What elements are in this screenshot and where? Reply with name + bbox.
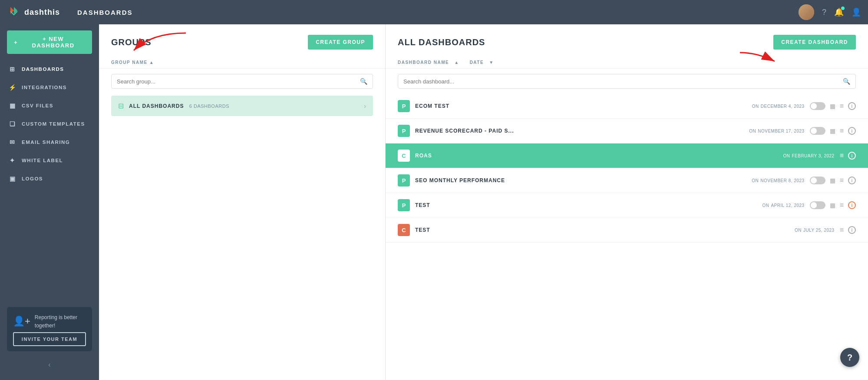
dashboard-toggle-seo[interactable] [810, 177, 825, 184]
sidebar: + + NEW DASHBOARD ⊞ DASHBOARDS ⚡ INTEGRA… [0, 24, 99, 380]
new-dashboard-button[interactable]: + + NEW DASHBOARD [7, 30, 92, 54]
sort-dashboard-date-icon[interactable]: ▼ [489, 60, 494, 65]
reporting-text-line2: together! [35, 323, 55, 329]
dashboard-info-icon-seo[interactable]: i [848, 177, 856, 184]
groups-search-input[interactable] [117, 78, 356, 85]
dashboard-menu-icon-revenue[interactable]: ≡ [840, 127, 844, 135]
dashboard-row-test-p[interactable]: P TEST ON APRIL 12, 2023 ▦ ≡ i [386, 193, 868, 218]
dashboard-name-col: DASHBOARD NAME [398, 60, 449, 65]
dashboards-search-bar: 🔍 [398, 74, 856, 89]
groups-title: GROUPS [111, 37, 152, 47]
groups-search-bar: 🔍 [111, 74, 373, 89]
avatar[interactable] [799, 4, 814, 20]
dashboard-row-test-c[interactable]: C TEST ON JULY 25, 2023 ≡ i [386, 218, 868, 243]
groups-col-header: GROUP NAME ▲ [99, 57, 385, 69]
dashboard-actions-revenue: ▦ ≡ i [810, 127, 856, 135]
new-dashboard-label: + NEW DASHBOARD [21, 36, 85, 49]
dashboard-badge-roas: C [398, 150, 410, 162]
grid-icon: ⊞ [9, 65, 17, 73]
dashboard-menu-icon-ecom[interactable]: ≡ [840, 102, 844, 110]
dashboard-name-test-p: TEST [415, 202, 757, 208]
question-icon[interactable]: ? [822, 8, 826, 17]
logo-text: dashthis [24, 8, 60, 17]
chevron-left-icon: ‹ [48, 361, 50, 369]
sidebar-item-integrations[interactable]: ⚡ INTEGRATIONS [0, 78, 99, 97]
sidebar-item-integrations-label: INTEGRATIONS [22, 85, 67, 90]
invite-team-button[interactable]: INVITE YOUR TEAM [13, 332, 86, 346]
dashboard-search-icon: 🔍 [843, 78, 850, 85]
chevron-right-icon: › [364, 103, 366, 110]
sidebar-item-custom-templates[interactable]: ❏ CUSTOM TEMPLATES [0, 115, 99, 133]
all-dashboards-title: ALL DASHBOARDS [398, 37, 485, 47]
sidebar-item-white-label[interactable]: ✦ WHITE LABEL [0, 151, 99, 170]
dashboard-menu-icon-roas[interactable]: ≡ [840, 152, 844, 160]
sidebar-item-email-sharing[interactable]: ✉ EMAIL SHARING [0, 133, 99, 151]
group-name-col-label: GROUP NAME [111, 60, 148, 65]
group-grid-icon: ⊟ [118, 102, 124, 110]
search-icon: 🔍 [360, 78, 367, 85]
dashboard-row-seo[interactable]: P SEO MONTHLY PERFORMANCE ON NOVEMBER 8,… [386, 168, 868, 193]
group-count: 6 DASHBOARDS [189, 103, 229, 109]
reporting-text-area: Reporting is better together! [35, 313, 77, 330]
dashboard-date-ecom: ON DECEMBER 4, 2023 [752, 104, 805, 109]
sidebar-item-csv-label: CSV FILES [22, 103, 53, 108]
dashboard-grid-icon-seo: ▦ [830, 177, 835, 184]
sidebar-item-csv-files[interactable]: ▦ CSV FILES [0, 97, 99, 115]
sidebar-bottom: 👤+ Reporting is better together! INVITE … [0, 300, 99, 380]
plug-icon: ⚡ [9, 83, 17, 91]
dashboard-menu-icon-test-c[interactable]: ≡ [840, 226, 844, 234]
reporting-box: 👤+ Reporting is better together! INVITE … [7, 307, 92, 351]
create-group-button[interactable]: CREATE GROUP [308, 35, 373, 50]
sidebar-nav: ⊞ DASHBOARDS ⚡ INTEGRATIONS ▦ CSV FILES … [0, 60, 99, 188]
dashboard-row-revenue-scorecard[interactable]: P REVENUE SCORECARD - PAID S... ON NOVEM… [386, 119, 868, 143]
sidebar-item-dashboards[interactable]: ⊞ DASHBOARDS [0, 60, 99, 78]
avatar-image [799, 4, 814, 20]
dashboard-badge-revenue: P [398, 125, 410, 137]
sidebar-item-custom-templates-label: CUSTOM TEMPLATES [22, 121, 85, 127]
create-dashboard-button[interactable]: CREATE DASHBOARD [773, 35, 856, 50]
dashboard-date-col: DATE [470, 60, 484, 65]
dashboard-actions-test-c: ≡ i [840, 226, 856, 234]
reporting-icon-row: 👤+ Reporting is better together! [13, 313, 86, 330]
dashboard-info-icon-revenue[interactable]: i [848, 127, 856, 135]
dashboard-grid-icon-ecom: ▦ [830, 103, 835, 110]
dashboard-grid-icon-revenue: ▦ [830, 127, 835, 134]
dashboard-date-test-c: ON JULY 25, 2023 [795, 228, 835, 233]
dashboard-date-seo: ON NOVEMBER 8, 2023 [752, 178, 804, 183]
dashboard-date-roas: ON FEBRUARY 3, 2022 [783, 153, 834, 158]
group-label: ALL DASHBOARDS [129, 103, 184, 109]
dashboard-info-icon-roas[interactable]: i [848, 152, 856, 160]
dashboard-badge-seo: P [398, 174, 410, 187]
dashboard-actions-test-p: ▦ ≡ i [810, 201, 856, 209]
dashboards-search-input[interactable] [403, 78, 839, 85]
user-icon[interactable]: 👤 [851, 7, 861, 17]
logo-icon [7, 5, 21, 19]
dashboard-row-roas[interactable]: C ROAS ON FEBRUARY 3, 2022 ≡ i [386, 143, 868, 168]
group-all-dashboards-label: ALL DASHBOARDS 6 DASHBOARDS [129, 103, 359, 109]
sidebar-item-logos[interactable]: ▣ LOGOS [0, 170, 99, 188]
sidebar-collapse-button[interactable]: ‹ [7, 357, 92, 373]
dashboard-info-icon-test-p[interactable]: i [848, 201, 856, 209]
dashboard-actions-ecom: ▦ ≡ i [810, 102, 856, 110]
sort-dashboard-name-icon[interactable]: ▲ [454, 60, 459, 65]
dashboard-toggle-ecom[interactable] [810, 102, 825, 110]
bell-icon[interactable]: 🔔 [834, 7, 844, 17]
group-row-all-dashboards[interactable]: ⊟ ALL DASHBOARDS 6 DASHBOARDS › [111, 96, 373, 116]
dashboard-name-ecom: ECOM TEST [415, 103, 747, 109]
image-icon: ▣ [9, 175, 17, 183]
dashboard-toggle-test-p[interactable] [810, 201, 825, 209]
dashboard-info-icon-test-c[interactable]: i [848, 226, 856, 234]
dashboard-toggle-revenue[interactable] [810, 127, 825, 135]
dashboard-menu-icon-test-p[interactable]: ≡ [840, 201, 844, 209]
dashboards-col-header: DASHBOARD NAME ▲ DATE ▼ [386, 57, 868, 69]
help-fab-button[interactable]: ? [840, 348, 859, 367]
dashboard-info-icon-ecom[interactable]: i [848, 102, 856, 110]
dashboard-badge-ecom: P [398, 100, 410, 112]
dashboard-actions-roas: ≡ i [840, 152, 856, 160]
dashboard-badge-test-c: C [398, 224, 410, 236]
dashboard-menu-icon-seo[interactable]: ≡ [840, 177, 844, 184]
person-plus-icon: 👤+ [13, 316, 30, 327]
page-title: DASHBOARDS [77, 9, 799, 16]
dashboard-name-revenue: REVENUE SCORECARD - PAID S... [415, 128, 744, 134]
dashboard-row-ecom-test[interactable]: P ECOM TEST ON DECEMBER 4, 2023 ▦ ≡ i [386, 94, 868, 119]
